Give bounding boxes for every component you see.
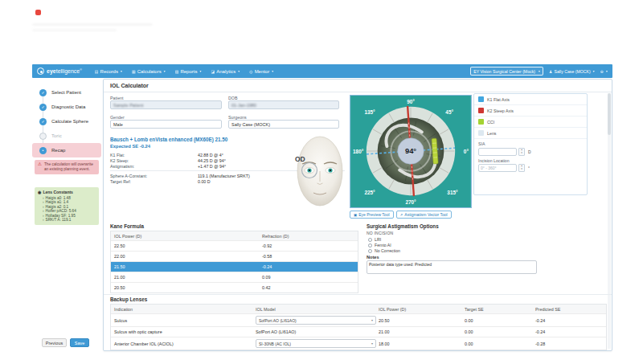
constants-icon: ◉ [38,190,41,194]
iol-model-select[interactable]: SI-30NB (AC IOL)▾ [256,339,376,348]
nav-reports[interactable]: ▧Reports▾ [175,69,202,74]
kane-row[interactable]: 22.50-0.92 [111,240,358,251]
user-name: Sally Case (MOCK) [555,69,591,74]
kane-row[interactable]: 22.00-0.58 [111,251,358,261]
lens-swatch [478,130,484,136]
step-calculate-sphere[interactable]: ✓ Calculate Sphere [32,114,101,129]
sia-input[interactable] [478,148,517,156]
lens-constant-item: ›SRK/T A: 119.1 [38,218,96,223]
col-iol-model: IOL Model [252,307,375,312]
iol-model-text: SofPort AO (LI61AO) [252,329,375,334]
eye-preview-tool-button[interactable]: ▣Eye Preview Tool [350,211,394,219]
vector-icon: ⇗ [400,213,403,217]
calculators-icon: ▦ [132,69,136,74]
user-menu[interactable]: ♟Sally Case (MOCK)▾ [549,69,595,74]
eye-side-label: OD [295,155,305,163]
nav-analytics[interactable]: ◪Analytics▾ [211,69,240,74]
incision-stepper[interactable]: ▴▾ [518,164,525,172]
chevron-down-icon: ▾ [593,69,595,73]
step-recap[interactable]: • Recap [32,143,101,157]
lens-constants-title-row: ◉Lens Constants [38,190,96,194]
globe-icon: ⊕ [600,69,604,74]
target-cell: 0.00 [461,342,532,346]
k2-label: K2 Steep: [110,158,129,163]
surgeons-field[interactable]: Sally Case (MOCK) [228,120,339,129]
step-select-patient[interactable]: ✓ Select Patient [32,85,101,100]
step-label: Toric [51,133,62,138]
legend-item-k2: K2 Steep Axis [474,105,587,117]
iol-model-select[interactable]: SofPort AO (LI61AO)▾ [256,316,376,325]
col-indication: Indication [111,307,252,312]
bullet-icon: › [43,218,44,223]
page-title: IOL Calculator [110,83,149,88]
language-menu[interactable]: ⊕▾ [600,69,608,74]
indication-cell: Anterior Chamber IOL (ACIOL) [111,342,252,346]
kane-row[interactable]: 21.000.09 [111,272,358,282]
expected-se: Expected SE -0.24 [110,144,150,149]
radio-icon [368,238,372,242]
predicted-cell: -0.24 [532,318,606,323]
pending-step-icon [39,133,47,140]
radio-femto-ai[interactable]: Femto AI [368,243,391,247]
brand-rest: telligence [56,68,80,74]
chevron-down-icon: ▾ [371,342,373,346]
nav-mentor[interactable]: ◎Mentor▾ [249,69,273,74]
col-iol-power: IOL Power (D) [375,307,461,312]
radio-icon [368,249,372,253]
eye-axis-diagram: 94° 90° 45° 0° 315° 270° 225° 180° 135° [350,95,472,208]
nav-label: Calculators [137,69,162,74]
notes-textarea[interactable]: Posterior data type used: Predicted [367,260,537,274]
top-navbar: eyetelligence® ▤Records▾ ▦Calculators▾ ▧… [32,64,612,78]
dob-field[interactable]: 01-Jan-1980 [228,100,339,109]
k1-value: 42.88 D @ 4° [198,153,223,157]
step-label: Recap [51,148,65,153]
kane-row[interactable]: 20.500.42 [111,282,358,292]
center-selector[interactable]: EY Vision Surgical Center (Mock)▾ [470,67,543,76]
diagram-tools: ▣Eye Preview Tool ⇗Astigmatism Vector To… [350,211,452,219]
backup-lenses-title: Backup Lenses [110,297,147,302]
nav-label: Analytics [216,69,235,74]
chevron-down-icon: ▾ [199,69,201,73]
brand-logo-icon [37,67,44,75]
step-label: Select Patient [51,90,81,95]
brand-name: eyetelligence® [47,68,82,74]
kane-header-row: IOL Power (D) Refraction (D) [111,231,358,240]
nav-calculators[interactable]: ▦Calculators▾ [132,69,166,74]
astigmatism-vector-tool-button[interactable]: ⇗Astigmatism Vector Tool [396,211,452,219]
chevron-down-icon: ▾ [606,69,608,73]
svg-text:45°: 45° [445,109,453,115]
col-predicted-se: Predicted SE [532,307,606,312]
kane-formula-title: Kane Formula [110,223,144,229]
legend-item-k1: K1 Flat Axis [474,94,587,105]
cci-swatch [478,119,484,125]
backup-row-optic-capture: Sulcus with optic capture SofPort AO (LI… [111,326,606,337]
check-icon: ✓ [39,118,47,125]
chevron-down-icon: ▾ [164,69,166,73]
scrollbar-thumb[interactable] [608,93,611,135]
k2-swatch [478,108,484,113]
incision-location-input[interactable] [478,164,517,172]
astig-current-option: No Incision [367,231,393,235]
nav-records[interactable]: ▤Records▾ [95,69,122,74]
sia-stepper[interactable]: ▴▾ [518,148,525,156]
a-constant-label: Sphere A-Constant: [110,174,147,178]
radio-no-correction[interactable]: No Correction [368,248,400,253]
warning-text: The calculation will overwrite an existi… [44,162,96,172]
gender-value: Male [113,122,123,127]
kane-row-selected[interactable]: 21.50-0.24 [111,261,358,272]
radio-lri[interactable]: LRI [368,237,381,242]
warning-icon: ⚠ [38,162,42,167]
step-toric[interactable]: Toric [32,129,101,143]
panel-scrollbar[interactable] [608,93,611,349]
chevron-down-icon: ▾ [371,318,373,322]
save-button[interactable]: Save [70,338,89,347]
step-label: Diagnostic Data [51,104,85,109]
previous-button[interactable]: Previous [42,338,67,347]
indication-cell: Sulcus with optic capture [111,329,252,334]
tool-label: Eye Preview Tool [358,212,389,217]
step-diagnostic-data[interactable]: ✓ Diagnostic Data [32,100,101,114]
reports-icon: ▧ [175,69,179,74]
user-icon: ♟ [549,69,552,74]
gender-field[interactable]: Male [110,120,222,129]
patient-field[interactable]: Sample Patient [110,100,222,109]
